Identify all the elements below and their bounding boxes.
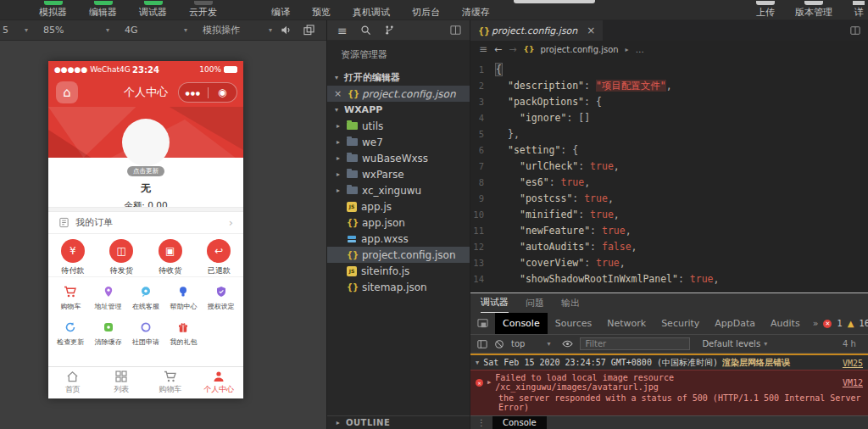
cart-item[interactable]: 购物车: [52, 284, 89, 311]
kebab-menu-icon[interactable]: ⋮: [477, 418, 486, 427]
simulate-action-dropdown[interactable]: 模拟操作▾: [203, 24, 272, 36]
compile-button[interactable]: 编译: [271, 8, 290, 17]
eye-icon[interactable]: [562, 338, 573, 349]
console-output[interactable]: ▼ Sat Feb 15 2020 23:24:57 GMT+0800 (中国标…: [470, 354, 868, 415]
folder-utils[interactable]: ▸utils: [327, 118, 470, 134]
tab-list[interactable]: 列表: [97, 367, 147, 398]
back-arrow-icon[interactable]: ←: [494, 44, 502, 55]
file-siteinfo-js[interactable]: siteinfo.js: [327, 263, 470, 279]
pending-ship-item[interactable]: ◫待发货: [97, 239, 147, 276]
network-dropdown[interactable]: 4G▾: [125, 25, 187, 36]
error-badge-icon[interactable]: [823, 320, 832, 328]
tab-project-config-json[interactable]: project.config.json ×: [470, 20, 603, 41]
toolbar-editor-toggle[interactable]: 编辑器: [89, 1, 117, 17]
toolbar-debugger-toggle[interactable]: 调试器: [139, 1, 167, 17]
sound-icon[interactable]: [281, 25, 292, 36]
console-group-row[interactable]: ▼ Sat Feb 15 2020 23:24:57 GMT+0800 (中国标…: [470, 355, 868, 370]
console-error-entry[interactable]: ▶ Failed to load local image resource /x…: [470, 370, 868, 415]
forward-arrow-icon[interactable]: →: [509, 44, 516, 55]
community-apply-item[interactable]: 社团申请: [127, 320, 164, 347]
file-project-config-json[interactable]: project.config.json: [327, 247, 470, 263]
zoom-dropdown[interactable]: 85%▾: [43, 25, 109, 36]
filter-input[interactable]: [580, 337, 690, 350]
frame-context-dropdown[interactable]: top▾: [511, 339, 550, 348]
panel-network[interactable]: Network: [599, 313, 654, 334]
inspect-device-icon[interactable]: [470, 318, 495, 329]
close-icon[interactable]: ×: [587, 25, 595, 36]
console-sidebar-icon[interactable]: [477, 339, 487, 349]
gift-pack-item[interactable]: 我的礼包: [164, 320, 202, 347]
panel-security[interactable]: Security: [654, 313, 707, 334]
upload-button[interactable]: 上传: [756, 1, 775, 17]
open-editors-section[interactable]: ▾打开的编辑器: [327, 70, 470, 86]
toolbar-simulator-toggle[interactable]: 模拟器: [39, 1, 67, 17]
clear-console-icon[interactable]: [494, 339, 504, 349]
source-link[interactable]: VM25: [843, 359, 863, 368]
folder-we7[interactable]: ▸we7: [327, 134, 470, 150]
address-item[interactable]: 地址管理: [89, 284, 126, 311]
file-app-wxss[interactable]: app.wxss: [327, 231, 470, 247]
compile-mode-dropdown[interactable]: [514, 0, 595, 3]
project-root-section[interactable]: ▾WXAPP: [327, 102, 470, 118]
panel-appdata[interactable]: AppData: [707, 313, 763, 334]
clear-cache-item[interactable]: 清除缓存: [89, 320, 126, 347]
panel-sources[interactable]: Sources: [548, 313, 600, 334]
remote-debug-button[interactable]: 真机调试: [353, 8, 390, 17]
list-icon[interactable]: ≡: [337, 24, 348, 37]
code-editor[interactable]: 1{ 2"description": "项目配置文件", 3"packOptio…: [470, 58, 868, 292]
file-sitemap-json[interactable]: sitemap.json: [327, 279, 470, 295]
my-orders-row[interactable]: 我的订单 ›: [48, 212, 243, 234]
panel-audits[interactable]: Audits: [763, 313, 808, 334]
toolbar-cloud-toggle[interactable]: 云开发: [189, 1, 217, 17]
folder-wubasewxss[interactable]: ▸wuBaseWxss: [327, 150, 470, 166]
customer-service-item[interactable]: 在线客服: [127, 284, 164, 311]
folder-wxparse[interactable]: ▸wxParse: [327, 166, 470, 182]
log-levels-dropdown[interactable]: Default levels▾: [702, 339, 767, 348]
close-icon[interactable]: ×: [334, 88, 344, 99]
pending-receive-item[interactable]: ▣待收货: [146, 239, 195, 276]
outline-section[interactable]: ▸OUTLINE: [327, 415, 470, 429]
tab-cart[interactable]: 购物车: [146, 367, 195, 398]
split-editor-icon[interactable]: [450, 25, 461, 36]
avatar[interactable]: [122, 119, 170, 166]
file-app-js[interactable]: app.js: [327, 198, 470, 214]
tab-profile[interactable]: 个人中心: [195, 367, 244, 398]
home-button[interactable]: ⌂: [56, 81, 78, 103]
more-panels-icon[interactable]: »: [808, 318, 824, 329]
tab-problems[interactable]: 问题: [526, 297, 544, 313]
menu-dots-icon[interactable]: ●●●: [179, 90, 208, 96]
refunded-item[interactable]: ↩已退款: [195, 239, 244, 276]
background-switch-button[interactable]: 切后台: [412, 8, 440, 17]
editor-panel: project.config.json × ≡ ← → project.conf…: [470, 20, 868, 429]
tab-output[interactable]: 输出: [561, 297, 580, 313]
chevron-right-icon[interactable]: ▶: [487, 379, 491, 386]
split-editor-icon[interactable]: [850, 20, 860, 41]
close-circle-icon[interactable]: ◉: [209, 86, 237, 98]
panel-console[interactable]: Console: [495, 313, 548, 334]
device-dropdown[interactable]: 5▾: [3, 25, 28, 36]
search-icon[interactable]: [360, 25, 371, 36]
version-manage-button[interactable]: 版本管理: [795, 1, 832, 17]
authorization-item[interactable]: 授权设定: [203, 284, 240, 311]
check-update-item[interactable]: 检查更新: [52, 320, 89, 347]
details-button[interactable]: 详: [853, 1, 865, 17]
help-center-item[interactable]: 帮助中心: [164, 284, 202, 311]
file-app-json[interactable]: app.json: [327, 214, 470, 231]
breadcrumb-more[interactable]: …: [636, 45, 644, 54]
tab-home[interactable]: 首页: [48, 367, 97, 398]
pending-payment-item[interactable]: ¥待付款: [48, 239, 97, 276]
open-editor-item[interactable]: ×project.config.json: [327, 86, 470, 102]
source-link[interactable]: VM12: [843, 378, 863, 387]
screenshot-icon[interactable]: [303, 25, 314, 36]
tab-debugger[interactable]: 调试器: [481, 296, 509, 313]
chevron-down-icon[interactable]: ▼: [476, 359, 479, 366]
warning-badge-icon[interactable]: [848, 319, 854, 328]
menu-icon[interactable]: ≡: [479, 43, 487, 55]
breadcrumb-file[interactable]: project.config.json: [541, 45, 619, 54]
git-branch-icon[interactable]: [384, 25, 395, 36]
preview-button[interactable]: 预览: [312, 8, 331, 17]
drawer-tab-console[interactable]: Console: [492, 416, 547, 429]
update-badge[interactable]: 点击更新: [127, 166, 164, 176]
folder-xc-xinguwu[interactable]: ▸xc_xinguwu: [327, 182, 470, 198]
clear-cache-button[interactable]: 清缓存: [462, 8, 490, 17]
